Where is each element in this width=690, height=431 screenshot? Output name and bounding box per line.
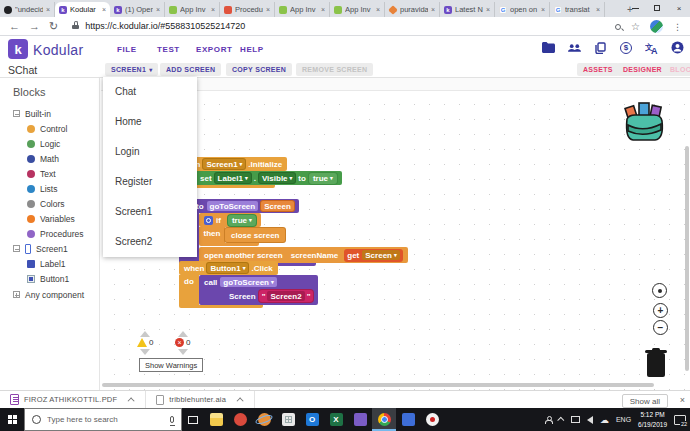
component-dropdown[interactable]: Label1▾ (215, 173, 251, 183)
url-text[interactable]: https://c.kodular.io/#5588310525214720 (85, 21, 245, 31)
back-icon[interactable]: ← (9, 21, 20, 32)
screen-dropdown-item[interactable]: Screen1 (103, 197, 197, 227)
tab-close-icon[interactable]: × (156, 6, 160, 13)
trash-icon[interactable] (641, 346, 671, 382)
screen-dropdown-item[interactable]: Login (103, 137, 197, 167)
builtin-section[interactable]: Built-in (13, 106, 51, 121)
block-call-gotoscreen[interactable]: call goToScreen▾ Screen " Screen2 " (199, 275, 318, 305)
docs-icon[interactable] (594, 41, 607, 54)
screen-dropdown-item[interactable]: Screen2 (103, 227, 197, 257)
calculator-icon[interactable] (276, 408, 300, 431)
zoom-out-icon[interactable]: − (653, 320, 668, 335)
block-get-screen[interactable]: get Screen▾ (344, 249, 402, 262)
recorder-app-icon[interactable] (420, 408, 444, 431)
task-view-button[interactable] (182, 416, 204, 424)
browser-tab[interactable]: App Inv × (165, 2, 220, 17)
collapse-icon[interactable] (13, 245, 20, 252)
minimize-icon[interactable] (624, 0, 646, 16)
microphone-icon[interactable] (170, 416, 174, 423)
horizontal-scrollbar[interactable] (102, 383, 654, 387)
chrome-icon[interactable] (372, 408, 396, 431)
block-if[interactable]: if true▾ then close screen (199, 213, 285, 246)
parameter-chip[interactable]: Screen (261, 201, 294, 211)
projects-folder-icon[interactable] (542, 41, 555, 54)
add-screen-button[interactable]: ADD SCREEN (160, 63, 221, 76)
triangle-up-icon[interactable] (140, 331, 150, 337)
browser-tab[interactable]: App Inv × (330, 2, 385, 17)
block-logic-true[interactable]: true▾ (228, 215, 256, 226)
browser-tab[interactable]: "undecid × (0, 2, 55, 17)
taskbar-search[interactable]: Type here to search (24, 408, 182, 431)
blocks-category[interactable]: Text (27, 166, 83, 181)
app-shield-icon[interactable] (396, 408, 420, 431)
notifications-icon[interactable]: 22 (674, 415, 686, 425)
forward-icon[interactable]: → (29, 21, 40, 32)
block-close-screen[interactable]: close screen (225, 228, 285, 242)
error-counter[interactable]: ×0 (175, 331, 190, 355)
excel-icon[interactable] (324, 408, 348, 431)
chevron-up-icon[interactable] (128, 397, 135, 404)
browser-tab[interactable]: Procedu × (220, 2, 275, 17)
screen-dropdown-item[interactable]: Home (103, 107, 197, 137)
blocks-category[interactable]: Variables (27, 211, 83, 226)
assets-button[interactable]: ASSETS (577, 63, 619, 76)
blocks-category[interactable]: Math (27, 151, 83, 166)
tab-close-icon[interactable]: × (486, 6, 490, 13)
vertical-scrollbar[interactable] (685, 146, 689, 371)
chevron-up-icon[interactable] (237, 397, 244, 404)
blocks-category[interactable]: Procedures (27, 226, 83, 241)
component-label1[interactable]: Label1 (27, 256, 69, 271)
file-explorer-icon[interactable] (204, 408, 228, 431)
onedrive-cloud-icon[interactable]: ☁ (600, 415, 609, 425)
show-warnings-button[interactable]: Show Warnings (139, 358, 203, 372)
component-dropdown[interactable]: Button1▾ (207, 263, 248, 273)
browser-tab[interactable]: G open on × (495, 2, 550, 17)
triangle-up-icon[interactable] (178, 331, 188, 337)
expand-icon[interactable] (13, 291, 20, 298)
volume-icon[interactable] (587, 416, 593, 424)
screen-dropdown-item[interactable]: Register (103, 167, 197, 197)
blocks-category[interactable]: Colors (27, 196, 83, 211)
collapse-icon[interactable] (13, 110, 20, 117)
maximize-icon[interactable] (646, 0, 668, 16)
profile-avatar[interactable] (650, 20, 663, 33)
browser-menu-icon[interactable]: ⋮ (673, 22, 682, 32)
warning-counter[interactable]: 0 (137, 331, 153, 355)
download-item[interactable]: tribblehunter.aia (146, 391, 255, 408)
text-value[interactable]: Screen2 (267, 291, 304, 301)
account-icon[interactable] (671, 41, 684, 54)
outlook-icon[interactable] (300, 408, 324, 431)
procedure-name-field[interactable]: goToScreen (207, 201, 259, 211)
block-logic-true[interactable]: true▾ (309, 173, 337, 184)
tab-close-icon[interactable]: × (596, 6, 600, 13)
bookmark-star-icon[interactable]: ☆ (631, 21, 640, 32)
screen-dropdown-item[interactable]: Chat (103, 77, 197, 107)
center-blocks-icon[interactable] (652, 283, 667, 298)
blocks-category[interactable]: Logic (27, 136, 83, 151)
block-when-screen1-initialize[interactable]: when Screen1▾ .Initialize do set Label1▾… (175, 157, 342, 188)
browser-tab[interactable]: k Latest N × (440, 2, 495, 17)
kodular-logo[interactable]: k (8, 39, 28, 59)
any-component-section[interactable]: Any component (13, 287, 84, 302)
tab-close-icon[interactable]: × (211, 6, 215, 13)
property-dropdown[interactable]: Visible▾ (259, 173, 295, 183)
show-all-button[interactable]: Show all (622, 394, 668, 408)
backpack-icon[interactable] (621, 101, 667, 147)
menu-export[interactable]: EXPORT (196, 45, 233, 54)
tab-close-icon[interactable]: × (46, 6, 50, 13)
app-purple-icon[interactable] (348, 408, 372, 431)
blocks-category[interactable]: Lists (27, 181, 83, 196)
blocks-category[interactable]: Control (27, 121, 83, 136)
menu-file[interactable]: FILE (117, 45, 137, 54)
show-hidden-icons[interactable] (557, 417, 564, 424)
browser-tab[interactable]: k Kodular × (55, 2, 110, 17)
tab-close-icon[interactable]: × (541, 6, 545, 13)
menu-help[interactable]: HELP (240, 45, 264, 54)
component-dropdown[interactable]: Screen1▾ (203, 159, 245, 169)
translate-icon[interactable]: 文A (645, 41, 658, 54)
community-icon[interactable] (568, 41, 581, 54)
block-text-screen2[interactable]: " Screen2 " (259, 290, 314, 302)
block-when-button1-click[interactable]: when Button1▾ .Click do call goToScreen▾… (179, 261, 318, 308)
screen1-section[interactable]: Screen1 (13, 241, 68, 256)
procedure-dropdown[interactable]: goToScreen▾ (220, 277, 276, 287)
